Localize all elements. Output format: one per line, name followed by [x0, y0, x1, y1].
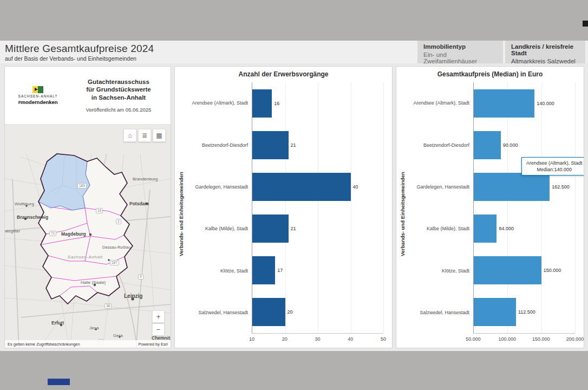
x-axis: 50.000100.000150.000200.000	[408, 334, 584, 346]
chart-panel-erwerbsvorgaenge: Anzahl der Erwerbsvorgänge Verbands- und…	[174, 66, 393, 348]
scrollbar-thumb[interactable]	[583, 21, 588, 27]
published-date: Veröffentlicht am 05.06.2025	[71, 107, 166, 113]
category-label: Kalbe (Milde), Stadt	[187, 208, 252, 250]
bar-value-label: 16	[274, 101, 279, 106]
org-line: in Sachsen-Anhalt	[71, 94, 166, 101]
org-block: Gutachterausschuss für Grundstückswerte …	[71, 78, 171, 113]
bar-value-label: 162.500	[552, 184, 570, 190]
tooltip-category: Arendsee (Altmark), Stadt	[526, 160, 583, 166]
chart-bar[interactable]	[474, 89, 534, 118]
chart-bar[interactable]	[252, 214, 289, 243]
tooltip-value: Median:140.000	[526, 166, 583, 173]
x-tick-label: 10	[249, 336, 254, 342]
x-axis: 1020304050	[187, 334, 392, 346]
state-emblem-icon	[32, 86, 43, 93]
gridline	[541, 82, 542, 333]
map-controls: ⌂ ≣ ▦	[123, 129, 166, 142]
zoom-in-button[interactable]: +	[152, 310, 165, 323]
gridline	[507, 82, 508, 333]
category-label: Gardelegen, Hansestadt	[187, 166, 252, 208]
bar-value-label: 84.000	[499, 226, 514, 231]
chart-bar[interactable]	[474, 214, 496, 243]
home-icon[interactable]: ⌂	[123, 129, 136, 142]
bar-value-label: 21	[291, 142, 296, 148]
y-axis-title: Verbands- und Einheitsgemeinden	[175, 82, 187, 346]
page-title: Mittlere Gesamtkaufpreise 2024	[5, 43, 154, 55]
plot-area: 162140211720	[252, 82, 383, 334]
category-label: Beetzendorf-Diesdorf	[408, 124, 473, 166]
y-axis-title: Verbands- und Einheitsgemeinden	[396, 82, 408, 346]
chart-panel-gesamtkaufpreis: Gesamtkaufpreis (Median) in Euro Verband…	[396, 66, 584, 348]
gridline	[351, 82, 351, 333]
chart-bar[interactable]	[474, 256, 541, 284]
category-label: Klötze, Stadt	[408, 250, 473, 291]
bar-value-label: 90.000	[503, 142, 518, 148]
category-label: Salzwedel, Hansestadt	[408, 292, 473, 334]
category-axis: Arendsee (Altmark), StadtBeetzendorf-Die…	[408, 82, 473, 334]
x-tick-label: 150.000	[532, 336, 550, 342]
category-axis: Arendsee (Altmark), StadtBeetzendorf-Die…	[187, 82, 252, 334]
info-card: SACHSEN-ANHALT #moderndenken Gutachterau…	[5, 67, 171, 125]
category-label: Salzwedel, Hansestadt	[187, 292, 252, 334]
header-titles: Mittlere Gesamtkaufpreise 2024 auf der B…	[0, 41, 154, 63]
attribution-powered-by: Powered by Esri	[138, 342, 168, 347]
filter-label: Immobilientyp	[423, 43, 497, 50]
chart-bar[interactable]	[252, 131, 289, 159]
gridline	[575, 82, 576, 333]
browser-viewport: Mittlere Gesamtkaufpreise 2024 auf der B…	[0, 0, 588, 390]
org-line: Gutachterausschuss	[71, 78, 166, 86]
bar-value-label: 140.000	[537, 101, 554, 106]
x-tick-label: 50	[381, 336, 386, 342]
category-label: Arendsee (Altmark), Stadt	[408, 82, 473, 124]
basemap-icon[interactable]: ▦	[153, 129, 166, 142]
gridline	[318, 82, 318, 333]
filter-label: Landkreis / kreisfreie Stadt	[511, 43, 579, 56]
zoom-out-button[interactable]: −	[152, 323, 165, 336]
map-attribution: Es gelten keine Zugriffsbeschränkungen P…	[5, 340, 171, 348]
x-tick-label: 200.000	[566, 336, 584, 342]
filter-immobilientyp[interactable]: Immobilientyp Ein- und Zweifamilienhäuse…	[417, 41, 503, 63]
chart-bar[interactable]	[252, 173, 351, 201]
legend-icon[interactable]: ≣	[138, 129, 151, 142]
filter-landkreis[interactable]: Landkreis / kreisfreie Stadt Altmarkkrei…	[505, 41, 585, 63]
chart-bar[interactable]	[474, 298, 516, 326]
attribution-left: Es gelten keine Zugriffsbeschränkungen	[8, 342, 80, 347]
dashboard-body: SACHSEN-ANHALT #moderndenken Gutachterau…	[0, 63, 588, 351]
zoom-controls: + −	[152, 310, 165, 336]
chart-title: Gesamtkaufpreis (Median) in Euro	[396, 70, 584, 82]
bar-value-label: 17	[277, 268, 283, 273]
x-tick-label: 50.000	[466, 336, 481, 342]
chart-bar[interactable]	[252, 298, 285, 326]
gridline	[285, 82, 286, 333]
logo-region-text: SACHSEN-ANHALT	[18, 94, 58, 98]
bar-value-label: 40	[353, 184, 358, 190]
category-label: Klötze, Stadt	[187, 250, 252, 291]
filter-group: Immobilientyp Ein- und Zweifamilienhäuse…	[417, 41, 585, 63]
chart-bar[interactable]	[252, 256, 275, 284]
page-subtitle: auf der Basis der Verbands- und Einheits…	[5, 55, 154, 62]
x-tick-label: 20	[282, 336, 288, 342]
chart-bar[interactable]	[474, 131, 501, 159]
x-tick-label: 40	[348, 336, 353, 342]
x-tick-label: 30	[315, 336, 320, 342]
chart-title: Anzahl der Erwerbsvorgänge	[175, 70, 392, 82]
dashboard-header: Mittlere Gesamtkaufpreise 2024 auf der B…	[0, 41, 588, 63]
chart-tooltip: Arendsee (Altmark), Stadt Median:140.000	[521, 157, 584, 176]
bar-value-label: 21	[291, 226, 296, 231]
bar-value-label: 20	[288, 309, 293, 315]
filter-value: Ein- und Zweifamilienhäuser	[423, 51, 497, 64]
chart-bar[interactable]	[252, 89, 272, 118]
bar-value-label: 112.500	[518, 309, 535, 315]
sachsen-anhalt-logo: SACHSEN-ANHALT #moderndenken	[5, 86, 71, 105]
bottom-blue-strip	[48, 379, 70, 385]
map[interactable]: WolfsburgBraunschweigSalzgitterMagdeburg…	[5, 125, 171, 348]
gridline	[383, 82, 384, 333]
category-label: Kalbe (Milde), Stadt	[408, 208, 473, 250]
org-line: für Grundstückswerte	[71, 86, 166, 93]
logo-hashtag: #moderndenken	[18, 99, 57, 105]
bar-value-label: 150.000	[544, 268, 561, 273]
x-tick-label: 100.000	[498, 336, 516, 342]
chart-bar[interactable]	[474, 173, 550, 201]
plot-area: 140.00090.000162.50084.000150.000112.500	[473, 82, 575, 334]
map-canvas[interactable]	[5, 125, 171, 348]
